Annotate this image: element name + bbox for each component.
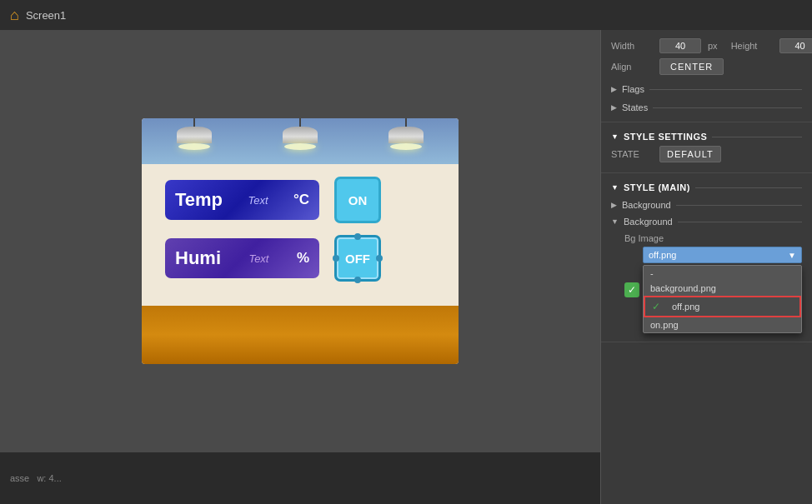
width-label: Width	[611, 41, 653, 51]
flags-header[interactable]: ▶ Flags	[611, 80, 802, 98]
right-panel: Width px Height px Align CENTER ▶ Flags …	[600, 30, 812, 504]
flags-arrow: ▶	[611, 85, 617, 93]
canvas-background[interactable]: Temp Text °C ON Humi	[0, 30, 600, 452]
dropdown-option-on[interactable]: on.png	[644, 317, 801, 332]
style-main-section: ▼ STYLE (MAIN) ▶ Background ▼ Background…	[601, 173, 812, 342]
canvas-bottom-bar: asse w: 4...	[0, 452, 600, 504]
style-main-title: ▼ STYLE (MAIN)	[611, 178, 802, 197]
style-settings-title: ▼ STYLE SETTINGS	[611, 127, 802, 146]
dropdown-popup: - background.png ✓ off.png	[643, 265, 802, 333]
handle-top	[354, 233, 361, 240]
temp-label-component[interactable]: Temp Text °C	[165, 180, 319, 220]
handle-right	[376, 255, 383, 262]
temp-label-text: Temp	[175, 189, 223, 211]
row-1: Temp Text °C ON	[165, 177, 381, 223]
on-button[interactable]: ON	[334, 177, 381, 223]
background-section-2-header[interactable]: ▼ Background	[611, 213, 802, 230]
asset-info-text: asse w: 4...	[10, 473, 62, 483]
checkbox-enabled[interactable]: ✓	[624, 282, 639, 297]
align-row: Align CENTER	[611, 58, 802, 75]
flags-label: Flags	[622, 84, 644, 94]
dropdown-option-off[interactable]: ✓ off.png	[644, 296, 801, 317]
state-row: STATE DEFAULT	[611, 146, 802, 162]
wall: Temp Text °C ON Humi	[142, 164, 459, 306]
off-button[interactable]: OFF	[334, 235, 381, 282]
dropdown-container: off.png ▼ - background.png	[643, 247, 802, 333]
states-arrow: ▶	[611, 103, 617, 112]
humi-sub-text: Text	[248, 252, 268, 265]
height-label: Height	[731, 41, 773, 51]
handle-bottom	[354, 277, 361, 283]
align-label: Align	[611, 62, 653, 72]
states-header[interactable]: ▶ States	[611, 98, 802, 117]
bg-image-label: Bg Image	[624, 233, 802, 243]
light-1	[177, 118, 212, 150]
bg-label-2: Background	[624, 217, 673, 227]
style-settings-section: ▼ STYLE SETTINGS STATE DEFAULT	[601, 122, 812, 173]
screen-preview[interactable]: Temp Text °C ON Humi	[142, 118, 459, 364]
dropdown-trigger[interactable]: off.png ▼	[643, 247, 802, 263]
align-button[interactable]: CENTER	[659, 58, 724, 75]
temp-unit-text: °C	[293, 192, 309, 208]
option-check-icon: ✓	[652, 301, 660, 312]
dropdown-option-background[interactable]: background.png	[644, 281, 801, 296]
size-section: Width px Height px Align CENTER ▶ Flags …	[601, 30, 812, 122]
top-bar: ⌂ Screen1	[0, 0, 812, 30]
light-3	[388, 118, 424, 150]
bg-label-1: Background	[622, 200, 671, 210]
canvas-column: Temp Text °C ON Humi	[0, 30, 600, 504]
row-2: Humi Text % OFF	[165, 235, 381, 282]
dropdown-option-dash[interactable]: -	[644, 266, 801, 281]
temp-sub-text: Text	[248, 194, 268, 207]
floor	[142, 306, 459, 364]
states-line	[653, 107, 802, 108]
handle-left	[333, 255, 339, 262]
humi-label-component[interactable]: Humi Text %	[165, 238, 319, 278]
light-2	[283, 118, 318, 150]
humi-label-text: Humi	[175, 247, 221, 269]
height-input[interactable]	[779, 38, 812, 53]
state-value: DEFAULT	[659, 146, 721, 162]
bg-image-row: Bg Image ✓ off.png ▼ -	[611, 230, 802, 337]
humi-unit-text: %	[297, 250, 309, 267]
screen-name[interactable]: Screen1	[26, 9, 66, 22]
background-section-1-header[interactable]: ▶ Background	[611, 197, 802, 213]
dropdown-arrow-icon: ▼	[788, 251, 796, 260]
width-input[interactable]	[659, 38, 701, 53]
dropdown-row: ✓ off.png ▼ -	[624, 247, 802, 333]
states-label: States	[622, 102, 648, 112]
state-label: STATE	[611, 149, 653, 159]
flags-line	[649, 89, 802, 90]
home-icon[interactable]: ⌂	[10, 7, 19, 24]
